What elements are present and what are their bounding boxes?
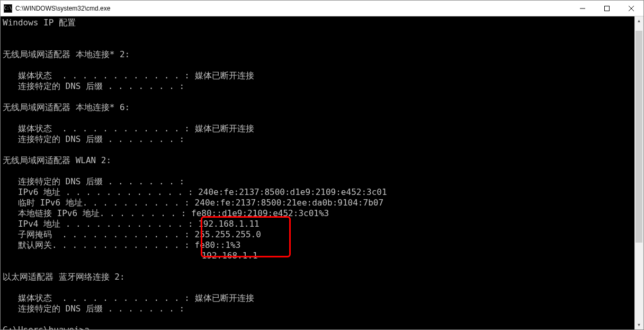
scroll-up-button[interactable]: ▲ bbox=[634, 16, 643, 25]
terminal-output: Windows IP 配置 无线局域网适配器 本地连接* 2: 媒体状态 . .… bbox=[3, 17, 632, 329]
app-icon: C:\ bbox=[4, 4, 12, 13]
window-title: C:\WINDOWS\system32\cmd.exe bbox=[15, 5, 570, 12]
terminal[interactable]: Windows IP 配置 无线局域网适配器 本地连接* 2: 媒体状态 . .… bbox=[1, 16, 634, 329]
app-icon-label: C:\ bbox=[4, 6, 12, 11]
titlebar[interactable]: C:\ C:\WINDOWS\system32\cmd.exe bbox=[1, 1, 643, 16]
window-controls bbox=[570, 1, 643, 16]
minimize-button[interactable] bbox=[570, 1, 595, 16]
scroll-down-button[interactable]: ▼ bbox=[634, 320, 643, 329]
maximize-button[interactable] bbox=[595, 1, 619, 16]
cmd-window: C:\ C:\WINDOWS\system32\cmd.exe Windows … bbox=[0, 0, 644, 330]
terminal-wrapper: Windows IP 配置 无线局域网适配器 本地连接* 2: 媒体状态 . .… bbox=[1, 16, 643, 329]
scrollbar[interactable]: ▲ ▼ bbox=[634, 16, 643, 329]
close-button[interactable] bbox=[619, 1, 643, 16]
scroll-thumb[interactable] bbox=[636, 31, 642, 243]
svg-rect-1 bbox=[605, 6, 610, 11]
scroll-track[interactable] bbox=[634, 25, 643, 320]
